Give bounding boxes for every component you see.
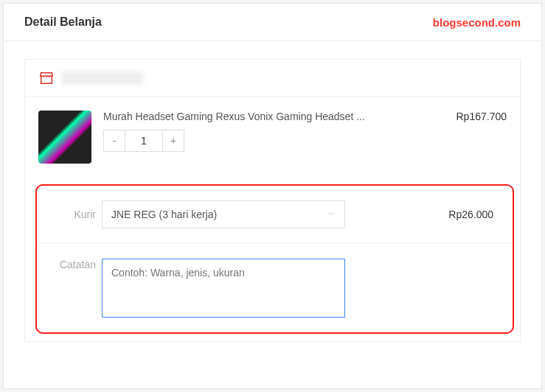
page-header: Detail Belanja blogsecond.com — [4, 4, 541, 41]
note-textarea[interactable] — [102, 259, 345, 318]
shop-icon — [38, 70, 55, 86]
courier-price: Rp26.000 — [448, 209, 499, 220]
qty-increase-button[interactable]: + — [162, 130, 184, 152]
shop-row — [25, 60, 520, 97]
quantity-stepper: - 1 + — [103, 130, 456, 152]
highlighted-shipping-note-area: Kurir JNE REG (3 hari kerja) Rp26.000 Ca… — [35, 184, 514, 334]
courier-selected-value: JNE REG (3 hari kerja) — [111, 209, 217, 220]
qty-decrease-button[interactable]: - — [103, 130, 125, 152]
product-info: Murah Headset Gaming Rexus Vonix Gaming … — [103, 111, 456, 152]
courier-select[interactable]: JNE REG (3 hari kerja) — [102, 200, 345, 228]
chevron-down-icon — [327, 209, 336, 220]
watermark-text: blogsecond.com — [433, 16, 521, 29]
page-title: Detail Belanja — [24, 15, 102, 29]
product-row: Murah Headset Gaming Rexus Vonix Gaming … — [25, 97, 520, 184]
product-thumbnail[interactable] — [38, 111, 91, 164]
note-label: Catatan — [50, 259, 102, 270]
note-row: Catatan — [37, 244, 513, 332]
qty-value[interactable]: 1 — [125, 130, 162, 152]
courier-label: Kurir — [50, 209, 102, 220]
courier-row: Kurir JNE REG (3 hari kerja) Rp26.000 — [37, 186, 513, 244]
product-price: Rp167.700 — [456, 111, 507, 122]
shop-name-redacted — [62, 71, 143, 85]
product-title: Murah Headset Gaming Rexus Vonix Gaming … — [103, 111, 456, 122]
checkout-detail-page: Detail Belanja blogsecond.com Murah Head… — [3, 3, 542, 389]
order-card: Murah Headset Gaming Rexus Vonix Gaming … — [24, 59, 521, 342]
